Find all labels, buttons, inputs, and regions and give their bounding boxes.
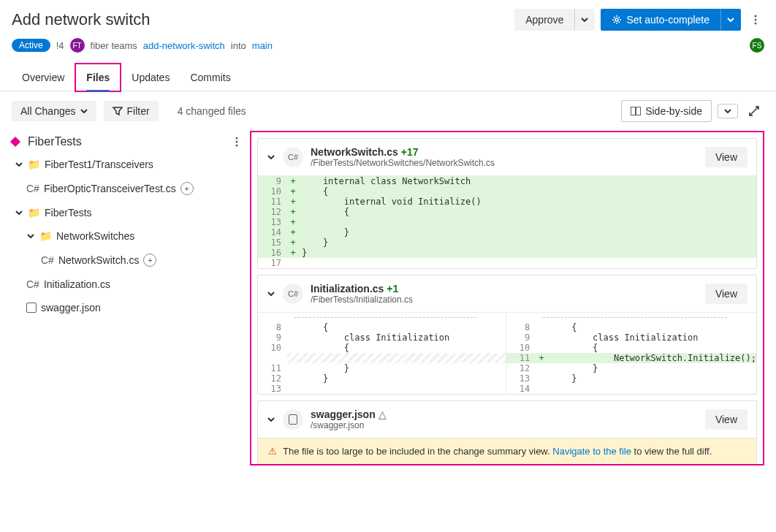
all-changes-dropdown[interactable]: All Changes	[12, 101, 96, 121]
code-line: 8 {	[258, 322, 506, 332]
repo-icon	[10, 137, 20, 147]
file-diff-block: C# NetworkSwitch.cs +17 /FiberTests/Netw…	[257, 138, 757, 269]
tree-file[interactable]: C# NetworkSwitch.cs +	[12, 248, 238, 273]
file-icon	[26, 303, 37, 313]
code-line: 12 }	[258, 373, 506, 384]
filter-button[interactable]: Filter	[104, 101, 159, 121]
warning-icon: ⚠	[268, 446, 277, 457]
pr-id: !4	[56, 40, 64, 51]
add-comment-icon[interactable]: +	[143, 254, 156, 267]
chevron-down-icon	[267, 292, 275, 296]
view-mode-arrow[interactable]	[718, 104, 738, 118]
gear-icon	[612, 15, 622, 25]
tree-folder[interactable]: 📁 FiberTest1/Transceivers	[12, 153, 238, 176]
placeholder-line	[287, 353, 506, 363]
chevron-down-icon	[80, 109, 88, 113]
code-line: 9 class Initialization	[258, 332, 506, 343]
diff-stat: +1	[387, 283, 398, 294]
code-line: 14+ }	[258, 227, 756, 238]
page-title: Add network switch	[12, 10, 151, 29]
autocomplete-button-group: Set auto-complete	[601, 9, 741, 31]
tab-commits[interactable]: Commits	[180, 64, 240, 91]
svg-point-6	[236, 137, 238, 140]
fullscreen-button[interactable]	[744, 101, 764, 121]
add-comment-icon[interactable]: +	[180, 182, 194, 195]
team-avatar[interactable]: FT	[70, 38, 85, 53]
tree-folder[interactable]: 📁 NetworkSwitches	[12, 224, 238, 248]
svg-point-2	[755, 19, 757, 21]
team-name: fiber teams	[91, 40, 137, 51]
autocomplete-dropdown[interactable]	[720, 9, 741, 31]
file-diff-block: C# Initialization.cs +1 /FiberTests/Init…	[257, 275, 757, 395]
chevron-down-icon	[267, 417, 275, 422]
chevron-down-icon	[15, 162, 23, 167]
alert-text: The file is too large to be included in …	[283, 446, 712, 457]
svg-point-7	[236, 141, 238, 143]
code-line: 14	[506, 384, 756, 394]
changed-count: 4 changed files	[178, 105, 246, 117]
code-line: 9+ internal class NetworkSwitch	[258, 176, 756, 186]
filter-icon	[113, 107, 123, 115]
chevron-down-icon	[724, 109, 731, 113]
diff-stat: +17	[401, 146, 419, 158]
into-label: into	[231, 40, 246, 51]
code-line: 17	[258, 258, 756, 268]
tab-overview[interactable]: Overview	[12, 64, 75, 91]
code-line: 10+ {	[258, 186, 756, 197]
cs-icon: C#	[26, 183, 39, 194]
set-autocomplete-button[interactable]: Set auto-complete	[601, 9, 720, 31]
chevron-down-icon	[727, 18, 734, 22]
code-line: 11 }	[258, 363, 506, 373]
view-button[interactable]: View	[705, 409, 748, 430]
tree-file[interactable]: C# Initialization.cs	[12, 273, 238, 296]
source-branch-link[interactable]: add-network-switch	[143, 40, 225, 51]
approve-button[interactable]: Approve	[514, 9, 574, 31]
target-branch-link[interactable]: main	[252, 40, 273, 51]
repo-name: FiberTests	[28, 135, 82, 148]
file-icon	[283, 409, 303, 430]
expand-icon	[748, 105, 760, 117]
view-button[interactable]: View	[705, 284, 748, 304]
navigate-file-link[interactable]: Navigate to the file	[552, 446, 631, 457]
tab-files[interactable]: Files	[75, 63, 121, 92]
tree-file[interactable]: swagger.json	[12, 296, 238, 319]
kebab-icon	[235, 137, 238, 147]
cs-icon: C#	[26, 278, 39, 290]
folder-icon: 📁	[28, 207, 40, 218]
more-actions-button[interactable]	[747, 10, 764, 29]
warning-icon: △	[379, 408, 387, 420]
code-line: 12+ {	[258, 207, 756, 217]
cs-icon: C#	[283, 284, 303, 304]
code-line: 16+}	[258, 248, 756, 258]
cs-icon: C#	[41, 254, 54, 266]
svg-rect-5	[636, 107, 641, 115]
code-line: 8 {	[506, 322, 756, 332]
chevron-down-icon	[15, 210, 23, 215]
code-line: 13+	[258, 217, 756, 227]
tabs: Overview Files Updates Commits	[0, 64, 776, 91]
side-by-side-icon	[631, 107, 641, 115]
approve-dropdown[interactable]	[574, 9, 595, 31]
svg-point-0	[615, 18, 618, 21]
collapse-toggle[interactable]	[267, 153, 275, 162]
tree-folder[interactable]: 📁 FiberTests	[12, 201, 238, 224]
svg-point-8	[236, 145, 238, 147]
code-line: 11+ NetworkSwitch.Initialize();	[506, 353, 756, 363]
tab-updates[interactable]: Updates	[121, 64, 180, 91]
sidebar-more-button[interactable]	[235, 137, 238, 147]
view-mode-dropdown[interactable]: Side-by-side	[621, 100, 712, 122]
svg-point-1	[755, 15, 757, 18]
user-avatar[interactable]: FS	[750, 38, 764, 53]
tree-file[interactable]: C# FiberOpticTransceiverTest.cs +	[12, 176, 238, 201]
file-path: /FiberTests/Initialization.cs	[311, 294, 413, 305]
collapse-toggle[interactable]	[267, 415, 275, 424]
collapse-toggle[interactable]	[267, 289, 275, 298]
chevron-down-icon	[581, 18, 588, 22]
view-button[interactable]: View	[705, 147, 748, 167]
chevron-down-icon	[27, 234, 34, 238]
code-line: 13	[258, 384, 506, 394]
code-line: 9 class Initialization	[506, 332, 756, 343]
code-line: 10 {	[258, 343, 506, 353]
folder-icon: 📁	[28, 159, 40, 170]
code-line: 10 {	[506, 343, 756, 353]
